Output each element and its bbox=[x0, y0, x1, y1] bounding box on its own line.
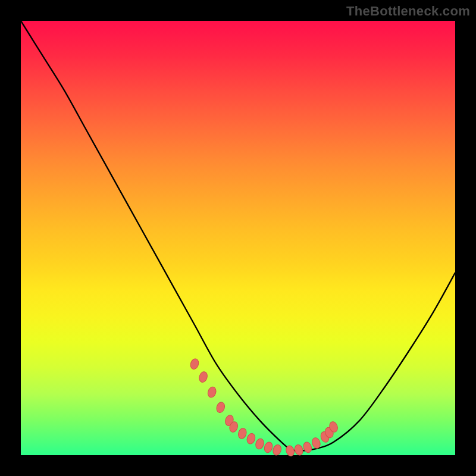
marker-dot bbox=[215, 401, 226, 414]
marker-dot bbox=[255, 437, 265, 450]
marker-dot bbox=[302, 441, 313, 453]
marker-dot bbox=[189, 358, 200, 370]
marker-dot bbox=[237, 427, 248, 440]
chart-frame: TheBottleneck.com bbox=[0, 0, 476, 476]
marker-dot bbox=[246, 433, 256, 445]
marker-dot bbox=[198, 371, 209, 383]
chart-svg bbox=[21, 21, 455, 455]
highlight-cluster bbox=[189, 358, 339, 457]
marker-dot bbox=[206, 386, 217, 399]
marker-dot bbox=[263, 441, 274, 453]
marker-dot bbox=[272, 444, 283, 456]
plot-area bbox=[21, 21, 455, 455]
watermark-text: TheBottleneck.com bbox=[346, 4, 470, 19]
bottleneck-curve bbox=[21, 21, 455, 451]
marker-dot bbox=[293, 444, 304, 456]
